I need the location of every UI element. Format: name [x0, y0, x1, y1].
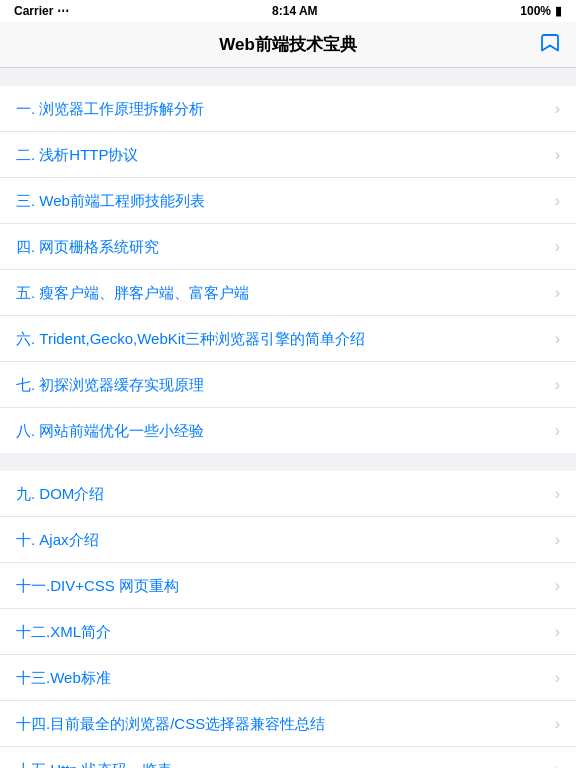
list-item[interactable]: 二. 浅析HTTP协议› — [0, 132, 576, 178]
chevron-right-icon: › — [555, 376, 560, 394]
chevron-right-icon: › — [555, 422, 560, 440]
section-spacer-1 — [0, 68, 576, 86]
list-item-label: 十一.DIV+CSS 网页重构 — [16, 575, 547, 596]
list-item-label: 十四.目前最全的浏览器/CSS选择器兼容性总结 — [16, 713, 547, 734]
list-item[interactable]: 十一.DIV+CSS 网页重构› — [0, 563, 576, 609]
list-item-label: 十. Ajax介绍 — [16, 529, 547, 550]
list-item-label: 六. Trident,Gecko,WebKit三种浏览器引擎的简单介绍 — [16, 328, 547, 349]
list-item-label: 二. 浅析HTTP协议 — [16, 144, 547, 165]
list-item[interactable]: 十二.XML简介› — [0, 609, 576, 655]
list-item-label: 三. Web前端工程师技能列表 — [16, 190, 547, 211]
section-spacer-2 — [0, 453, 576, 471]
list-item[interactable]: 十三.Web标准› — [0, 655, 576, 701]
status-bar: Carrier ⋯ 8:14 AM 100% ▮ — [0, 0, 576, 22]
list-item[interactable]: 一. 浏览器工作原理拆解分析› — [0, 86, 576, 132]
chevron-right-icon: › — [555, 669, 560, 687]
bookmark-button[interactable] — [538, 31, 562, 59]
list-item[interactable]: 十五.Http 状态码一览表› — [0, 747, 576, 768]
list-item-label: 八. 网站前端优化一些小经验 — [16, 420, 547, 441]
chevron-right-icon: › — [555, 146, 560, 164]
list-item[interactable]: 十. Ajax介绍› — [0, 517, 576, 563]
battery-status: 100% ▮ — [520, 4, 562, 18]
list-item[interactable]: 九. DOM介绍› — [0, 471, 576, 517]
chevron-right-icon: › — [555, 485, 560, 503]
battery-icon: ▮ — [555, 4, 562, 18]
chevron-right-icon: › — [555, 531, 560, 549]
chevron-right-icon: › — [555, 238, 560, 256]
chevron-right-icon: › — [555, 330, 560, 348]
list-item-label: 四. 网页栅格系统研究 — [16, 236, 547, 257]
list-item-label: 十三.Web标准 — [16, 667, 547, 688]
list-item[interactable]: 六. Trident,Gecko,WebKit三种浏览器引擎的简单介绍› — [0, 316, 576, 362]
nav-bar: Web前端技术宝典 — [0, 22, 576, 68]
list-item[interactable]: 三. Web前端工程师技能列表› — [0, 178, 576, 224]
time-display: 8:14 AM — [272, 4, 318, 18]
list-item-label: 十二.XML简介 — [16, 621, 547, 642]
chevron-right-icon: › — [555, 715, 560, 733]
chevron-right-icon: › — [555, 100, 560, 118]
wifi-icon: ⋯ — [57, 4, 69, 18]
carrier-wifi: Carrier ⋯ — [14, 4, 69, 18]
list-item[interactable]: 四. 网页栅格系统研究› — [0, 224, 576, 270]
carrier-text: Carrier — [14, 4, 53, 18]
list-section-1: 一. 浏览器工作原理拆解分析›二. 浅析HTTP协议›三. Web前端工程师技能… — [0, 86, 576, 453]
chevron-right-icon: › — [555, 284, 560, 302]
list-section-2: 九. DOM介绍›十. Ajax介绍›十一.DIV+CSS 网页重构›十二.XM… — [0, 471, 576, 768]
list-item-label: 九. DOM介绍 — [16, 483, 547, 504]
chevron-right-icon: › — [555, 577, 560, 595]
nav-title: Web前端技术宝典 — [219, 33, 357, 56]
list-item-label: 十五.Http 状态码一览表 — [16, 759, 547, 768]
list-item-label: 五. 瘦客户端、胖客户端、富客户端 — [16, 282, 547, 303]
battery-percent: 100% — [520, 4, 551, 18]
list-item[interactable]: 八. 网站前端优化一些小经验› — [0, 408, 576, 453]
chevron-right-icon: › — [555, 623, 560, 641]
list-item[interactable]: 七. 初探浏览器缓存实现原理› — [0, 362, 576, 408]
chevron-right-icon: › — [555, 192, 560, 210]
list-item-label: 七. 初探浏览器缓存实现原理 — [16, 374, 547, 395]
list-item[interactable]: 十四.目前最全的浏览器/CSS选择器兼容性总结› — [0, 701, 576, 747]
list-item[interactable]: 五. 瘦客户端、胖客户端、富客户端› — [0, 270, 576, 316]
chevron-right-icon: › — [555, 761, 560, 769]
list-item-label: 一. 浏览器工作原理拆解分析 — [16, 98, 547, 119]
